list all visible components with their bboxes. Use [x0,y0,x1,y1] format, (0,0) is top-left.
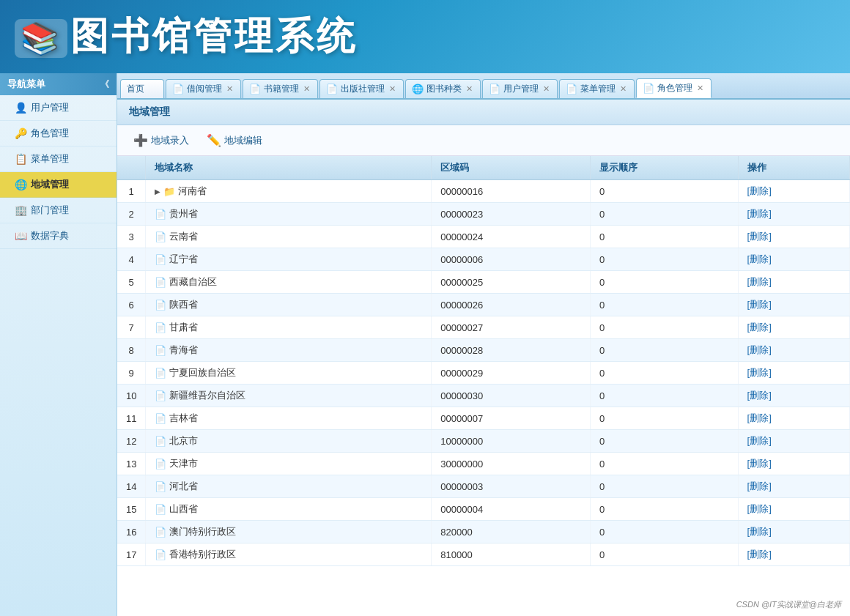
sidebar-item-user-mgmt[interactable]: 👤用户管理 [0,95,117,121]
expand-icon[interactable]: ▶ [155,188,160,196]
row-num: 15 [117,498,146,521]
tab-book-type[interactable]: 🌐图书种类✕ [405,79,481,98]
delete-button[interactable]: [删除] [747,185,772,196]
folder-icon: 📁 [163,186,175,197]
table-row: 6 📄 陕西省 00000026 0 [删除] [117,294,850,316]
row-name: 📄 辽宁省 [146,248,432,271]
row-name: ▶ 📁 河南省 [146,180,432,203]
col-order: 显示顺序 [591,156,738,180]
tab-close-role-mgmt-tab[interactable]: ✕ [695,84,705,93]
row-num: 14 [117,475,146,498]
add-region-button[interactable]: ➕ 地域录入 [129,131,193,149]
tab-label-book-mgmt: 书籍管理 [264,83,299,95]
tab-icon-borrow-mgmt: 📄 [172,84,184,94]
col-code: 区域码 [432,156,591,180]
doc-icon: 📄 [155,504,166,515]
row-code: 00000006 [432,248,591,271]
row-order: 0 [591,316,738,339]
row-name: 📄 河北省 [146,475,432,498]
toolbar: ➕ 地域录入 ✏️ 地域编辑 [117,125,850,156]
delete-button[interactable]: [删除] [747,526,772,537]
doc-icon: 📄 [155,368,166,379]
sidebar-item-role-mgmt[interactable]: 🔑角色管理 [0,121,117,146]
row-code: 00000023 [432,203,591,226]
delete-button[interactable]: [删除] [747,435,772,446]
row-name: 📄 北京市 [146,430,432,453]
row-name: 📄 山西省 [146,498,432,521]
book-icon: 📚 [15,19,67,58]
tab-label-menu-mgmt-tab: 菜单管理 [580,83,616,95]
tab-borrow-mgmt[interactable]: 📄借阅管理✕ [166,79,241,98]
sidebar-item-data-dict[interactable]: 📖数据字典 [0,223,117,249]
tab-close-borrow-mgmt[interactable]: ✕ [225,84,234,94]
row-name: 📄 澳门特别行政区 [146,521,432,543]
tab-menu-mgmt-tab[interactable]: 📄菜单管理✕ [559,79,635,98]
row-action: [删除] [738,248,849,271]
sidebar-item-dept-mgmt[interactable]: 🏢部门管理 [0,198,117,223]
sidebar-title: 导航菜单 [7,78,45,91]
row-order: 0 [591,498,738,521]
app-title: 📚图书馆管理系统 [15,11,358,62]
edit-region-button[interactable]: ✏️ 地域编辑 [202,131,267,149]
delete-button[interactable]: [删除] [747,276,772,287]
delete-button[interactable]: [删除] [747,503,772,514]
delete-button[interactable]: [删除] [747,390,772,401]
row-code: 00000016 [432,180,591,203]
doc-icon: 📄 [155,390,166,401]
row-name: 📄 西藏自治区 [146,271,432,294]
tab-home[interactable]: 首页 [120,79,164,98]
tab-book-mgmt[interactable]: 📄书籍管理✕ [243,79,318,98]
tab-close-menu-mgmt-tab[interactable]: ✕ [618,84,628,94]
collapse-icon[interactable]: 《 [100,78,109,91]
row-code: 30000000 [432,453,591,475]
page-content: 地域管理 ➕ 地域录入 ✏️ 地域编辑 地域名称 区域码 显示顺序 [117,100,850,616]
row-code: 00000026 [432,294,591,316]
tab-close-publisher-mgmt[interactable]: ✕ [388,84,397,94]
delete-button[interactable]: [删除] [747,480,772,491]
doc-icon: 📄 [155,300,166,311]
sidebar-header: 导航菜单 《 [0,73,117,95]
row-action: [删除] [738,453,849,475]
sidebar-icon-user-mgmt: 👤 [15,102,26,114]
delete-button[interactable]: [删除] [747,253,772,264]
sidebar-icon-region-mgmt: 🌐 [15,179,26,190]
delete-button[interactable]: [删除] [747,549,772,560]
sidebar-item-menu-mgmt[interactable]: 📋菜单管理 [0,146,117,172]
row-name: 📄 甘肃省 [146,316,432,339]
delete-button[interactable]: [删除] [747,299,772,310]
row-name: 📄 青海省 [146,339,432,362]
col-action: 操作 [738,156,849,180]
row-code: 00000007 [432,407,591,430]
row-action: [删除] [738,430,849,453]
edit-icon: ✏️ [207,133,221,147]
delete-button[interactable]: [删除] [747,208,772,219]
table-row: 10 📄 新疆维吾尔自治区 00000030 0 [删除] [117,385,850,407]
delete-button[interactable]: [删除] [747,231,772,242]
add-icon: ➕ [133,133,148,147]
delete-button[interactable]: [删除] [747,458,772,469]
row-num: 2 [117,203,146,226]
delete-button[interactable]: [删除] [747,322,772,333]
table-row: 7 📄 甘肃省 00000027 0 [删除] [117,316,850,339]
row-order: 0 [591,248,738,271]
row-num: 6 [117,294,146,316]
delete-button[interactable]: [删除] [747,344,772,355]
delete-button[interactable]: [删除] [747,412,772,423]
doc-icon: 📄 [155,436,166,447]
row-action: [删除] [738,521,849,543]
table-row: 14 📄 河北省 00000003 0 [删除] [117,475,850,498]
tab-close-book-type[interactable]: ✕ [465,84,474,94]
tab-close-user-mgmt-tab[interactable]: ✕ [542,84,551,94]
tab-role-mgmt-tab[interactable]: 📄角色管理✕ [636,78,712,98]
doc-icon: 📄 [155,277,166,288]
sidebar-label-region-mgmt: 地域管理 [31,178,69,191]
watermark: CSDN @IT实战课堂@白老师 [736,599,841,610]
tab-user-mgmt-tab[interactable]: 📄用户管理✕ [482,79,558,98]
sidebar-item-region-mgmt[interactable]: 🌐地域管理 [0,172,117,198]
delete-button[interactable]: [删除] [747,367,772,378]
tab-publisher-mgmt[interactable]: 📄出版社管理✕ [319,79,404,98]
content-area: 首页📄借阅管理✕📄书籍管理✕📄出版社管理✕🌐图书种类✕📄用户管理✕📄菜单管理✕📄… [117,73,850,616]
row-order: 0 [591,521,738,543]
row-action: [删除] [738,226,849,248]
tab-close-book-mgmt[interactable]: ✕ [302,84,311,94]
